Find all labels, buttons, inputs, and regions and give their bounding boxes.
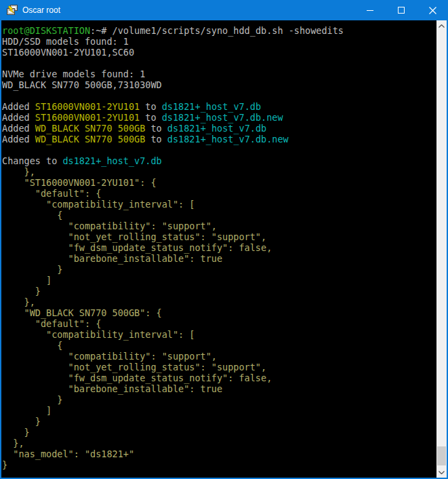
- terminal-text-segment: ]: [2, 405, 52, 416]
- terminal-line: "compatibility": "support",: [2, 221, 436, 231]
- terminal-text-segment: WD_BLACK SN770 500GB: [35, 123, 146, 134]
- minimize-button[interactable]: [354, 0, 386, 20]
- terminal-text-segment: Added: [2, 134, 35, 145]
- terminal-line: "default": {: [2, 318, 436, 329]
- terminal-text-segment: "fw_dsm_update_status_notify": false,: [2, 372, 272, 383]
- terminal-line: }: [2, 286, 436, 296]
- terminal-text-segment: ]: [2, 275, 52, 286]
- terminal-line: {: [2, 210, 436, 221]
- terminal-output[interactable]: root@DISKSTATION:~# /volume1/scripts/syn…: [1, 20, 436, 478]
- terminal-line: "fw_dsm_update_status_notify": false,: [2, 242, 436, 253]
- terminal-line: ]: [2, 275, 436, 286]
- window-title: Oscar root: [22, 5, 354, 15]
- terminal-text-segment: },: [2, 438, 24, 448]
- terminal-text-segment: ds1821+_host_v7.db: [162, 101, 261, 112]
- terminal-text-segment: ds1821+_host_v7.db.new: [167, 134, 289, 145]
- terminal-text-segment: "WD_BLACK SN770 500GB": {: [2, 307, 162, 318]
- terminal-line: "barebone_installable": true: [2, 383, 436, 394]
- terminal-text-segment: "default": {: [2, 188, 101, 199]
- scrollbar-track[interactable]: [436, 20, 447, 478]
- terminal-text-segment: "ST16000VN001-2YU101": {: [2, 177, 157, 188]
- terminal-line: "nas_model": "ds1821+": [2, 448, 436, 459]
- terminal-text-segment: WD_BLACK SN770 500GB: [35, 134, 146, 145]
- terminal-text-segment: {: [2, 340, 62, 351]
- terminal-line: [2, 145, 436, 155]
- terminal-text-segment: NVMe drive models found: 1: [2, 69, 145, 79]
- terminal-text-segment: }: [2, 416, 41, 427]
- scrollbar-thumb[interactable]: [437, 446, 446, 465]
- terminal-line: "ST16000VN001-2YU101": {: [2, 177, 436, 188]
- terminal-text-segment: "nas_model": "ds1821+": [2, 448, 134, 459]
- terminal-line: "compatibility_interval": [: [2, 329, 436, 340]
- terminal-text-segment: Added: [2, 123, 35, 134]
- terminal-text-segment: Added: [2, 101, 35, 112]
- titlebar[interactable]: Oscar root: [0, 0, 448, 20]
- terminal-text-segment: ds1821+_host_v7.db: [167, 123, 266, 134]
- terminal-text-segment: Added: [2, 112, 35, 123]
- terminal-text-segment: to: [145, 123, 167, 134]
- terminal-text-segment: {: [2, 210, 62, 221]
- terminal-line: }: [2, 264, 436, 275]
- terminal-text-segment: HDD/SSD models found: 1: [2, 36, 129, 47]
- terminal-text-segment: "barebone_installable": true: [2, 253, 222, 264]
- terminal-text-segment: "compatibility": "support",: [2, 351, 217, 362]
- terminal-line: }: [2, 416, 436, 427]
- terminal-line: },: [2, 296, 436, 307]
- terminal-text-segment: "not_yet_rolling_status": "support",: [2, 362, 266, 372]
- close-icon: [429, 7, 436, 14]
- terminal-text-segment: "barebone_installable": true: [2, 383, 222, 394]
- terminal-line: "fw_dsm_update_status_notify": false,: [2, 372, 436, 383]
- terminal-line: WD_BLACK SN770 500GB,731030WD: [2, 79, 436, 90]
- terminal-line: ST16000VN001-2YU101,SC60: [2, 47, 436, 58]
- terminal-text-segment: }: [2, 286, 41, 296]
- terminal-text-segment: WD_BLACK SN770 500GB,731030WD: [2, 79, 162, 90]
- terminal-text-segment: }: [2, 427, 30, 438]
- terminal-line: "compatibility_interval": [: [2, 199, 436, 210]
- terminal-text-segment: ds1821+_host_v7.db: [62, 155, 161, 166]
- terminal-text-segment: :~# /volume1/scripts/syno_hdd_db.sh -sho…: [90, 25, 344, 36]
- terminal-line: {: [2, 340, 436, 351]
- terminal-text-segment: }: [2, 394, 62, 405]
- terminal-text-segment: ST16000VN001-2YU101: [35, 101, 140, 112]
- terminal-text-segment: "compatibility": "support",: [2, 221, 217, 231]
- scroll-down-button[interactable]: [436, 467, 447, 478]
- terminal-line: "not_yet_rolling_status": "support",: [2, 362, 436, 372]
- terminal-line: "barebone_installable": true: [2, 253, 436, 264]
- maximize-button[interactable]: [386, 0, 417, 20]
- terminal-text-segment: ST16000VN001-2YU101: [35, 112, 140, 123]
- scroll-up-button[interactable]: [436, 20, 447, 31]
- close-button[interactable]: [417, 0, 448, 20]
- terminal-line: Added ST16000VN001-2YU101 to ds1821+_hos…: [2, 112, 436, 123]
- terminal-line: }: [2, 394, 436, 405]
- terminal-text-segment: ds1821+_host_v7.db.new: [162, 112, 283, 123]
- terminal-line: "WD_BLACK SN770 500GB": {: [2, 307, 436, 318]
- terminal-text-segment: to: [145, 134, 167, 145]
- terminal-text-segment: to: [140, 112, 162, 123]
- terminal-text-segment: "not_yet_rolling_status": "support",: [2, 231, 266, 242]
- terminal-text-segment: ST16000VN001-2YU101,SC60: [2, 47, 134, 58]
- terminal-line: Added ST16000VN001-2YU101 to ds1821+_hos…: [2, 101, 436, 112]
- terminal-line: "compatibility": "support",: [2, 351, 436, 362]
- terminal-line: }: [2, 459, 436, 470]
- terminal-text-segment: "compatibility_interval": [: [2, 329, 195, 340]
- terminal-line: "not_yet_rolling_status": "support",: [2, 231, 436, 242]
- terminal-line: Added WD_BLACK SN770 500GB to ds1821+_ho…: [2, 134, 436, 145]
- chevron-up-icon: [439, 24, 445, 28]
- terminal-text-segment: root@DISKSTATION: [2, 25, 90, 36]
- terminal-text-segment: "compatibility_interval": [: [2, 199, 195, 210]
- terminal-text-segment: }: [2, 459, 7, 470]
- terminal-text-segment: to: [140, 101, 162, 112]
- terminal-line: "default": {: [2, 188, 436, 199]
- terminal-line: }: [2, 427, 436, 438]
- terminal-line: NVMe drive models found: 1: [2, 69, 436, 79]
- putty-window: Oscar root root@DISKSTATION:~# /volume1/…: [0, 0, 448, 479]
- terminal-line: },: [2, 438, 436, 448]
- maximize-icon: [398, 7, 405, 14]
- minimize-icon: [367, 10, 373, 11]
- terminal-text-segment: Changes to: [2, 155, 62, 166]
- terminal-line: Added WD_BLACK SN770 500GB to ds1821+_ho…: [2, 123, 436, 134]
- putty-terminal-icon: [7, 5, 18, 16]
- terminal-line: ]: [2, 405, 436, 416]
- terminal-line: [2, 58, 436, 69]
- terminal-text-segment: },: [2, 296, 35, 307]
